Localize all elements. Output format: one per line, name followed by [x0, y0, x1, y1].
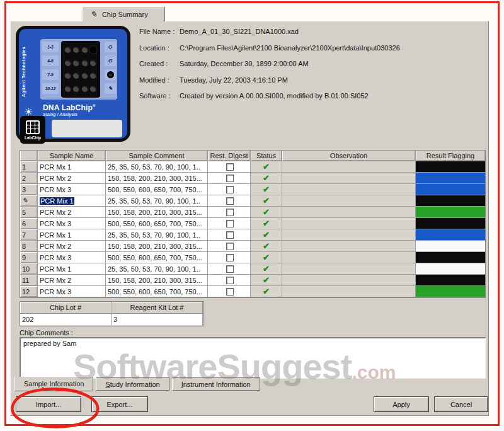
result-flag-cell[interactable] [416, 252, 485, 263]
sample-name-cell[interactable]: PCR Mx 3 [38, 218, 106, 229]
rest-digest-cell[interactable] [208, 275, 251, 286]
sample-name-cell[interactable]: PCR Mx 1 [38, 161, 106, 173]
bottom-tab-sample-information[interactable]: Sample Information [14, 377, 93, 391]
row-number-cell[interactable]: ✎ [20, 195, 38, 207]
header-sample-comment[interactable]: Sample Comment [106, 151, 208, 161]
rest-digest-cell[interactable] [208, 229, 251, 241]
result-flag-cell[interactable] [416, 275, 485, 286]
observation-cell[interactable] [282, 218, 416, 229]
row-number-cell[interactable]: 1 [20, 161, 38, 173]
row-number-cell[interactable]: 5 [20, 207, 38, 218]
observation-cell[interactable] [282, 275, 416, 286]
rest-digest-cell[interactable] [208, 241, 251, 252]
row-number-cell[interactable]: 9 [20, 252, 38, 263]
rest-digest-checkbox[interactable] [226, 175, 234, 182]
apply-button[interactable]: Apply [374, 396, 429, 412]
rest-digest-checkbox[interactable] [226, 231, 234, 239]
sample-name-cell[interactable]: PCR Mx 3 [38, 184, 106, 195]
row-number-cell[interactable]: 2 [20, 173, 38, 184]
result-flag-cell[interactable] [416, 195, 485, 207]
sample-name-cell[interactable]: PCR Mx 1 [38, 229, 106, 241]
rest-digest-checkbox[interactable] [226, 220, 234, 227]
sample-comment-cell[interactable]: 150, 158, 200, 210, 300, 315... [106, 241, 208, 252]
rest-digest-checkbox[interactable] [226, 277, 234, 284]
sample-comment-cell[interactable]: 150, 158, 200, 210, 300, 315... [106, 207, 208, 218]
reagent-kit-lot-input[interactable]: 3 [112, 314, 203, 325]
rest-digest-cell[interactable] [208, 252, 251, 263]
observation-cell[interactable] [282, 252, 416, 263]
observation-cell[interactable] [282, 263, 416, 275]
row-number-cell[interactable]: 12 [20, 286, 38, 297]
rest-digest-checkbox[interactable] [226, 163, 234, 171]
sample-comment-cell[interactable]: 500, 550, 600, 650, 700, 750... [106, 184, 208, 195]
sample-comment-cell[interactable]: 150, 158, 200, 210, 300, 315... [106, 173, 208, 184]
result-flag-cell[interactable] [416, 161, 485, 173]
sample-comment-cell[interactable]: 25, 35, 50, 53, 70, 90, 100, 1.. [106, 195, 208, 207]
chip-lot-input[interactable]: 202 [20, 314, 112, 325]
observation-cell[interactable] [282, 173, 416, 184]
rest-digest-cell[interactable] [208, 184, 251, 195]
rest-digest-cell[interactable] [208, 263, 251, 275]
observation-cell[interactable] [282, 195, 416, 207]
header-status[interactable]: Status [251, 151, 282, 161]
rest-digest-checkbox[interactable] [226, 254, 234, 261]
export-button[interactable]: Export... [91, 396, 148, 412]
sample-comment-cell[interactable]: 25, 35, 50, 53, 70, 90, 100, 1.. [106, 263, 208, 275]
rest-digest-cell[interactable] [208, 218, 251, 229]
rest-digest-checkbox[interactable] [226, 288, 234, 296]
header-result-flagging[interactable]: Result Flagging [416, 151, 485, 161]
result-flag-cell[interactable] [416, 218, 485, 229]
sample-comment-cell[interactable]: 25, 35, 50, 53, 70, 90, 100, 1.. [106, 229, 208, 241]
rest-digest-cell[interactable] [208, 207, 251, 218]
sample-comment-cell[interactable]: 500, 550, 600, 650, 700, 750... [106, 286, 208, 297]
result-flag-cell[interactable] [416, 263, 485, 275]
sample-name-cell[interactable]: PCR Mx 1 [38, 263, 106, 275]
bottom-tab-instrument-information[interactable]: Instrument Information [172, 377, 260, 391]
header-sample-name[interactable]: Sample Name [38, 151, 106, 161]
rest-digest-checkbox[interactable] [226, 265, 234, 273]
row-number-cell[interactable]: 8 [20, 241, 38, 252]
result-flag-cell[interactable] [416, 286, 485, 297]
chip-comments-textarea[interactable]: prepared by Sam [20, 337, 486, 379]
sample-comment-cell[interactable]: 25, 35, 50, 53, 70, 90, 100, 1.. [106, 161, 208, 173]
observation-cell[interactable] [282, 161, 416, 173]
sample-comment-cell[interactable]: 500, 550, 600, 650, 700, 750... [106, 252, 208, 263]
sample-name-cell[interactable]: PCR Mx 2 [38, 173, 106, 184]
rest-digest-checkbox[interactable] [226, 243, 234, 250]
rest-digest-checkbox[interactable] [226, 209, 234, 216]
result-flag-cell[interactable] [416, 184, 485, 195]
rest-digest-cell[interactable] [208, 161, 251, 173]
sample-name-cell[interactable]: PCR Mix 1 [38, 195, 106, 207]
sample-name-cell[interactable]: PCR Mx 2 [38, 207, 106, 218]
cancel-button[interactable]: Cancel [434, 396, 488, 412]
row-number-cell[interactable]: 11 [20, 275, 38, 286]
sample-name-cell[interactable]: PCR Mx 3 [38, 252, 106, 263]
result-flag-cell[interactable] [416, 229, 485, 241]
result-flag-cell[interactable] [416, 173, 485, 184]
rest-digest-cell[interactable] [208, 195, 251, 207]
header-observation[interactable]: Observation [282, 151, 416, 161]
tab-chip-summary[interactable]: ✎ Chip Summary [82, 6, 165, 21]
import-button[interactable]: Import... [16, 396, 81, 412]
row-number-cell[interactable]: 10 [20, 263, 38, 275]
observation-cell[interactable] [282, 207, 416, 218]
observation-cell[interactable] [282, 184, 416, 195]
rest-digest-cell[interactable] [208, 286, 251, 297]
observation-cell[interactable] [282, 241, 416, 252]
row-number-cell[interactable]: 3 [20, 184, 38, 195]
sample-name-cell[interactable]: PCR Mx 2 [38, 241, 106, 252]
row-number-cell[interactable]: 7 [20, 229, 38, 241]
sample-comment-cell[interactable]: 150, 158, 200, 210, 300, 315... [106, 275, 208, 286]
result-flag-cell[interactable] [416, 241, 485, 252]
header-rest-digest[interactable]: Rest. Digest [208, 151, 251, 161]
observation-cell[interactable] [282, 229, 416, 241]
sample-comment-cell[interactable]: 500, 550, 600, 650, 700, 750... [106, 218, 208, 229]
sample-name-cell[interactable]: PCR Mx 3 [38, 286, 106, 297]
rest-digest-checkbox[interactable] [226, 186, 234, 193]
result-flag-cell[interactable] [416, 207, 485, 218]
observation-cell[interactable] [282, 286, 416, 297]
bottom-tab-study-information[interactable]: Study Information [96, 377, 169, 391]
row-number-cell[interactable]: 6 [20, 218, 38, 229]
sample-name-cell[interactable]: PCR Mx 2 [38, 275, 106, 286]
rest-digest-cell[interactable] [208, 173, 251, 184]
